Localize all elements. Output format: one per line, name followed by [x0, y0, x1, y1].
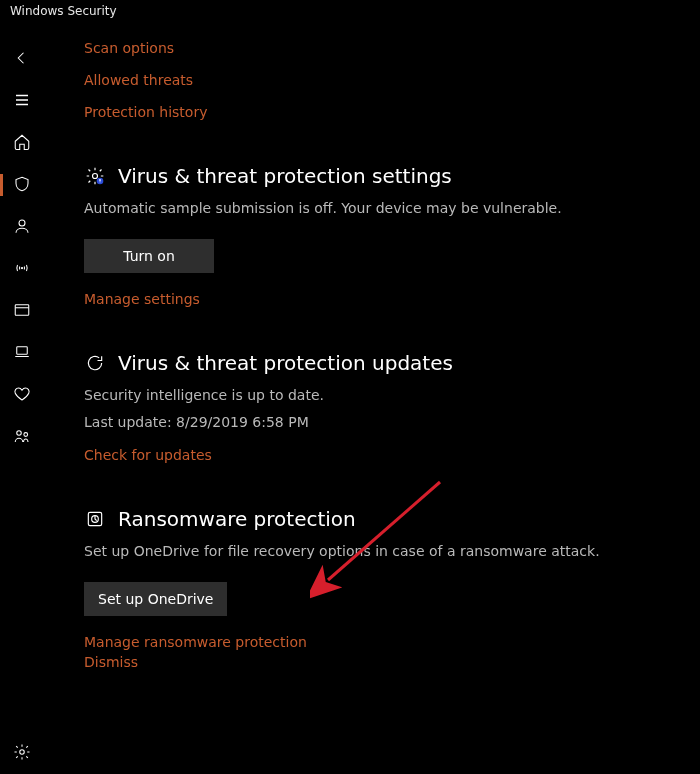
sidebar-item-settings[interactable] [0, 732, 44, 774]
person-icon [13, 217, 31, 238]
svg-point-5 [24, 432, 28, 436]
sidebar-item-family-options[interactable] [0, 416, 44, 458]
sidebar-item-device-security[interactable] [0, 332, 44, 374]
signal-icon [13, 259, 31, 280]
gear-icon [13, 743, 31, 764]
main-content: Scan options Allowed threats Protection … [44, 28, 700, 774]
scan-options-link[interactable]: Scan options [84, 40, 676, 56]
allowed-threats-link[interactable]: Allowed threats [84, 72, 676, 88]
svg-rect-3 [17, 346, 28, 354]
back-arrow-icon [13, 49, 31, 70]
protection-history-link[interactable]: Protection history [84, 104, 676, 120]
shield-icon [13, 175, 31, 196]
app-body: Scan options Allowed threats Protection … [0, 28, 700, 774]
settings-section: Virus & threat protection settings Autom… [84, 164, 676, 307]
heart-icon [13, 385, 31, 406]
svg-point-7 [93, 174, 98, 179]
laptop-icon [13, 343, 31, 364]
manage-settings-link[interactable]: Manage settings [84, 291, 200, 307]
dismiss-link[interactable]: Dismiss [84, 654, 138, 670]
sidebar-item-account-protection[interactable] [0, 206, 44, 248]
window-title: Windows Security [0, 0, 700, 28]
home-icon [13, 133, 31, 154]
settings-warning-icon [84, 165, 106, 187]
manage-ransomware-link[interactable]: Manage ransomware protection [84, 634, 307, 650]
updates-section-title: Virus & threat protection updates [118, 351, 453, 375]
settings-section-subtitle: Automatic sample submission is off. Your… [84, 198, 676, 219]
svg-rect-2 [15, 304, 29, 315]
ransomware-section: Ransomware protection Set up OneDrive fo… [84, 507, 676, 670]
updates-last-update-text: Last update: 8/29/2019 6:58 PM [84, 412, 676, 433]
menu-button[interactable] [0, 80, 44, 122]
svg-point-0 [19, 220, 25, 226]
sidebar-item-device-performance[interactable] [0, 374, 44, 416]
hamburger-icon [13, 91, 31, 112]
svg-point-4 [17, 430, 22, 435]
back-button[interactable] [0, 38, 44, 80]
updates-status-text: Security intelligence is up to date. [84, 385, 676, 406]
setup-onedrive-button[interactable]: Set up OneDrive [84, 582, 227, 616]
svg-point-6 [20, 749, 25, 754]
sidebar-item-home[interactable] [0, 122, 44, 164]
ransomware-subtitle: Set up OneDrive for file recovery option… [84, 541, 676, 562]
refresh-icon [84, 352, 106, 374]
top-link-group: Scan options Allowed threats Protection … [84, 40, 676, 120]
svg-point-1 [21, 266, 23, 268]
updates-section: Virus & threat protection updates Securi… [84, 351, 676, 463]
turn-on-button[interactable]: Turn on [84, 239, 214, 273]
sidebar-item-app-browser[interactable] [0, 290, 44, 332]
family-icon [13, 427, 31, 448]
sidebar-item-virus-protection[interactable] [0, 164, 44, 206]
sidebar [0, 28, 44, 774]
ransomware-icon [84, 508, 106, 530]
window-icon [13, 301, 31, 322]
check-updates-link[interactable]: Check for updates [84, 447, 212, 463]
sidebar-item-firewall[interactable] [0, 248, 44, 290]
settings-section-title: Virus & threat protection settings [118, 164, 452, 188]
ransomware-section-title: Ransomware protection [118, 507, 356, 531]
